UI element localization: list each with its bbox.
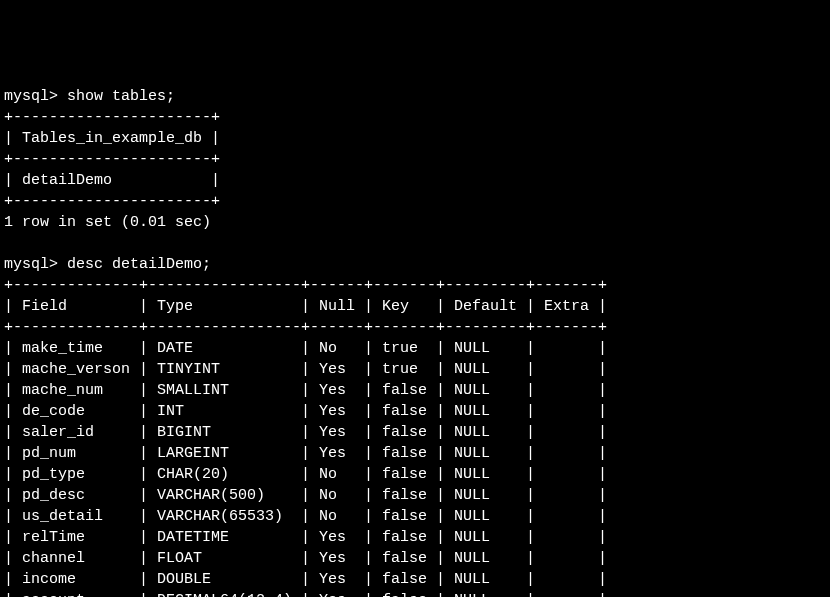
terminal-output: mysql> show tables; +-------------------… (4, 86, 826, 597)
